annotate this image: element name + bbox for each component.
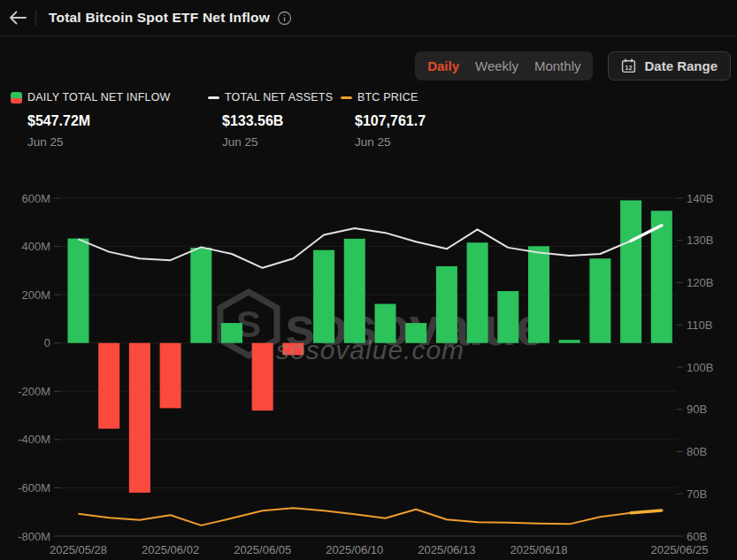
stat-label: DAILY TOTAL NET INFLOW bbox=[27, 91, 171, 104]
svg-text:600M: 600M bbox=[21, 192, 50, 205]
inflow-bar-2025/06/02[interactable] bbox=[160, 343, 181, 409]
inflow-bar-2025/06/04[interactable] bbox=[221, 323, 242, 343]
btc-price-line-icon bbox=[341, 96, 352, 99]
svg-text:2025/06/10: 2025/06/10 bbox=[326, 543, 383, 556]
inflow-bar-2025/06/09[interactable] bbox=[313, 250, 334, 343]
page-title: Total Bitcoin Spot ETF Net Inflow bbox=[49, 10, 270, 26]
back-arrow-icon bbox=[8, 11, 27, 25]
svg-text:130B: 130B bbox=[687, 234, 713, 247]
gridlines: 600M400M200M0-200M-400M-600M-800M140B130… bbox=[18, 192, 713, 543]
svg-text:-200M: -200M bbox=[18, 385, 50, 398]
svg-text:110B: 110B bbox=[687, 318, 712, 332]
svg-text:120B: 120B bbox=[687, 276, 713, 289]
inflow-bar-2025/05/28[interactable] bbox=[68, 239, 89, 343]
stat-date: Jun 25 bbox=[341, 135, 426, 149]
tab-weekly[interactable]: Weekly bbox=[475, 58, 518, 73]
back-button[interactable] bbox=[0, 0, 35, 35]
svg-text:90B: 90B bbox=[687, 403, 707, 416]
inflow-bar-2025/06/17[interactable] bbox=[497, 291, 518, 343]
stat-daily-net-inflow[interactable]: DAILY TOTAL NET INFLOW $547.72M Jun 25 bbox=[11, 91, 171, 149]
svg-text:2025/05/28: 2025/05/28 bbox=[50, 543, 107, 556]
date-range-label: Date Range bbox=[644, 58, 718, 73]
inflow-swatch-icon bbox=[11, 92, 22, 104]
inflow-bar-2025/06/03[interactable] bbox=[190, 248, 211, 343]
stat-date: Jun 25 bbox=[208, 135, 333, 149]
header-bar: Total Bitcoin Spot ETF Net Inflow bbox=[0, 0, 737, 36]
stat-date: Jun 25 bbox=[11, 135, 171, 149]
inflow-bar-2025/06/05[interactable] bbox=[252, 343, 273, 410]
svg-text:400M: 400M bbox=[21, 240, 50, 253]
svg-text:80B: 80B bbox=[687, 445, 707, 458]
tab-monthly[interactable]: Monthly bbox=[534, 58, 581, 73]
legend-stats: DAILY TOTAL NET INFLOW $547.72M Jun 25 T… bbox=[0, 91, 737, 162]
inflow-bar-2025/06/23[interactable] bbox=[589, 258, 610, 343]
btc-price-line-highlight bbox=[631, 510, 662, 513]
inflow-bar-2025/06/18[interactable] bbox=[528, 246, 549, 342]
svg-text:200M: 200M bbox=[21, 288, 50, 302]
svg-text:100B: 100B bbox=[687, 361, 713, 374]
svg-text:2025/06/25: 2025/06/25 bbox=[650, 543, 708, 556]
inflow-bar-2025/06/20[interactable] bbox=[559, 340, 580, 343]
svg-text:2025/06/13: 2025/06/13 bbox=[418, 543, 475, 556]
watermark-url: sosovalue.com bbox=[276, 335, 464, 364]
stat-value: $107,761.7 bbox=[341, 113, 426, 129]
svg-text:140B: 140B bbox=[687, 192, 713, 205]
svg-text:2025/06/18: 2025/06/18 bbox=[510, 543, 567, 556]
inflow-bar-2025/05/30[interactable] bbox=[129, 343, 150, 493]
stat-btc-price[interactable]: BTC PRICE $107,761.7 Jun 25 bbox=[341, 91, 426, 149]
etf-inflow-chart[interactable]: 600M400M200M0-200M-400M-600M-800M140B130… bbox=[0, 0, 737, 560]
info-icon[interactable] bbox=[277, 11, 292, 26]
btc-price-line bbox=[79, 508, 632, 525]
inflow-bar-2025/05/29[interactable] bbox=[98, 343, 119, 429]
svg-text:2025/06/02: 2025/06/02 bbox=[142, 543, 199, 556]
svg-text:-600M: -600M bbox=[18, 481, 50, 495]
net-assets-line-icon bbox=[208, 96, 219, 99]
header-divider bbox=[35, 10, 36, 26]
svg-text:60B: 60B bbox=[687, 530, 707, 543]
stat-value: $133.56B bbox=[208, 113, 333, 129]
inflow-bar-2025/06/24[interactable] bbox=[620, 200, 641, 342]
calendar-icon: 12 bbox=[621, 58, 636, 73]
date-range-button[interactable]: 12 Date Range bbox=[608, 51, 731, 81]
chart-controls: Daily Weekly Monthly 12 Date Range bbox=[0, 51, 731, 81]
tab-daily[interactable]: Daily bbox=[427, 58, 459, 73]
stat-value: $547.72M bbox=[11, 113, 171, 129]
stat-total-net-assets[interactable]: TOTAL NET ASSETS $133.56B Jun 25 bbox=[208, 91, 333, 149]
svg-text:-400M: -400M bbox=[18, 433, 50, 446]
svg-text:0: 0 bbox=[44, 336, 50, 349]
stat-label: BTC PRICE bbox=[357, 91, 418, 104]
x-axis-labels: 2025/05/282025/06/022025/06/052025/06/10… bbox=[50, 543, 709, 556]
inflow-bar-2025/06/10[interactable] bbox=[344, 239, 365, 343]
svg-text:2025/06/05: 2025/06/05 bbox=[234, 543, 291, 556]
inflow-bar-2025/06/13[interactable] bbox=[436, 266, 457, 343]
svg-text:-800M: -800M bbox=[18, 530, 50, 543]
period-tab-group: Daily Weekly Monthly bbox=[415, 51, 593, 81]
svg-text:12: 12 bbox=[626, 64, 633, 72]
svg-text:70B: 70B bbox=[687, 487, 707, 501]
stat-label: TOTAL NET ASSETS bbox=[225, 91, 333, 104]
inflow-bar-2025/06/16[interactable] bbox=[467, 242, 488, 343]
